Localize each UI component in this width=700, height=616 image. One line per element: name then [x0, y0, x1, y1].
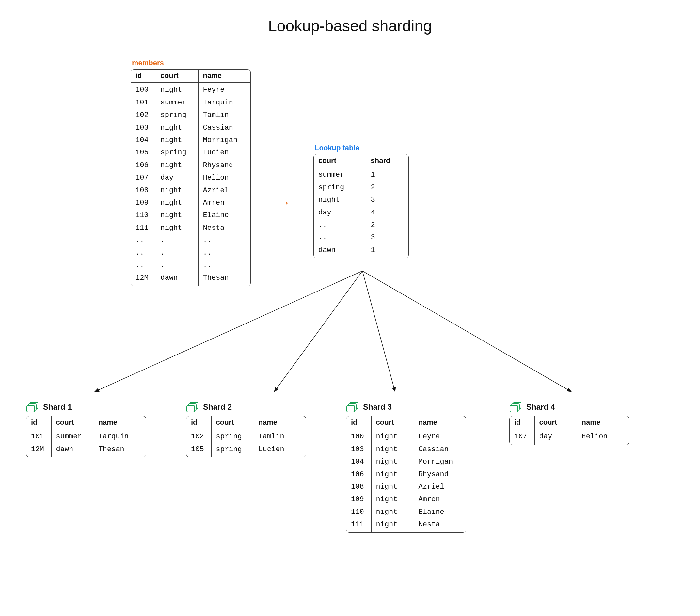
table-row: 108nightAzriel — [347, 481, 466, 493]
cell-name: .. — [198, 247, 250, 259]
cell-id: 106 — [347, 468, 371, 481]
table-row: 106nightRhysand — [131, 159, 250, 172]
database-icon — [186, 402, 199, 413]
col-court: court — [211, 416, 254, 429]
col-shard: shard — [366, 154, 409, 167]
table-row: day4 — [314, 206, 409, 219]
cell-id: 107 — [510, 429, 535, 444]
cell-shard: 3 — [366, 194, 409, 206]
cell-shard: 1 — [366, 167, 409, 181]
cell-id: 103 — [131, 122, 156, 134]
database-icon — [509, 402, 522, 413]
cell-court: dawn — [314, 244, 366, 258]
cell-id: 111 — [131, 222, 156, 235]
table-row: 12MdawnThesan — [26, 443, 146, 457]
cell-shard: 3 — [366, 231, 409, 244]
lookup-table-wrap: Lookup table court shard summer1spring2n… — [313, 143, 409, 260]
cell-court: .. — [314, 219, 366, 231]
cell-name: Feyre — [414, 429, 466, 443]
table-row: ...... — [131, 260, 250, 272]
cell-id: 105 — [131, 147, 156, 159]
cell-court: night — [371, 468, 414, 481]
cell-id: 108 — [131, 185, 156, 197]
cell-id: 104 — [131, 134, 156, 147]
col-name: name — [414, 416, 466, 429]
cell-id: 103 — [347, 443, 371, 456]
cell-id: 108 — [347, 481, 371, 493]
shard-3-wrap: Shard 3 id court name 100nightFeyre103ni… — [346, 402, 466, 534]
cell-id: 109 — [131, 197, 156, 209]
table-row: night3 — [314, 194, 409, 206]
cell-name: Cassian — [414, 443, 466, 456]
cell-id: 107 — [131, 172, 156, 184]
table-row: 103nightCassian — [347, 443, 466, 456]
cell-name: Rhysand — [198, 159, 250, 172]
table-row: 111nightNesta — [131, 222, 250, 235]
database-icon — [26, 402, 39, 413]
svg-line-0 — [95, 271, 362, 392]
table-row: 101summerTarquin — [26, 429, 146, 443]
table-row: dawn1 — [314, 244, 409, 258]
cell-name: Tarquin — [94, 429, 146, 443]
table-row: 105springLucien — [186, 443, 306, 457]
cell-court: summer — [156, 97, 198, 109]
cell-shard: 2 — [366, 181, 409, 194]
cell-court: night — [371, 493, 414, 506]
cell-name: .. — [198, 260, 250, 272]
cell-name: Azriel — [414, 481, 466, 493]
cell-court: .. — [156, 247, 198, 259]
table-row: 109nightAmren — [347, 493, 466, 506]
shard-1-label: Shard 1 — [43, 402, 72, 412]
cell-name: Elaine — [414, 506, 466, 518]
page-title: Lookup-based sharding — [0, 17, 700, 35]
cell-name: Feyre — [198, 82, 250, 96]
cell-id: 12M — [26, 443, 51, 457]
cell-court: dawn — [51, 443, 94, 457]
cell-court: night — [371, 518, 414, 532]
lookup-table-label: Lookup table — [313, 143, 409, 152]
cell-name: Tamlin — [198, 109, 250, 122]
arrow-right-icon: → — [277, 196, 290, 209]
svg-rect-6 — [27, 405, 35, 412]
members-table: id court name 100nightFeyre101summerTarq… — [130, 69, 251, 286]
col-name: name — [94, 416, 146, 429]
cell-name: Elaine — [198, 209, 250, 222]
cell-name: Tamlin — [254, 429, 306, 443]
table-row: 107dayHelion — [510, 429, 629, 444]
cell-shard: 1 — [366, 244, 409, 258]
cell-court: night — [371, 429, 414, 443]
table-row: 102springTamlin — [186, 429, 306, 443]
col-name: name — [254, 416, 306, 429]
cell-court: night — [156, 122, 198, 134]
cell-court: night — [371, 443, 414, 456]
svg-line-1 — [274, 271, 362, 392]
cell-id: 110 — [347, 506, 371, 518]
cell-id: 101 — [26, 429, 51, 443]
cell-court: night — [371, 506, 414, 518]
table-row: 105springLucien — [131, 147, 250, 159]
cell-id: .. — [131, 260, 156, 272]
cell-name: Thesan — [94, 443, 146, 457]
table-row: 104nightMorrigan — [347, 456, 466, 468]
svg-line-3 — [362, 271, 571, 392]
table-row: 111nightNesta — [347, 518, 466, 532]
cell-id: 100 — [347, 429, 371, 443]
table-row: 108nightAzriel — [131, 185, 250, 197]
cell-name: Nesta — [198, 222, 250, 235]
cell-court: night — [156, 82, 198, 96]
shard-3-label: Shard 3 — [363, 402, 392, 412]
col-court: court — [314, 154, 366, 167]
svg-line-2 — [362, 271, 395, 392]
col-court: court — [371, 416, 414, 429]
table-row: 107dayHelion — [131, 172, 250, 184]
cell-name: Thesan — [198, 272, 250, 286]
table-row: 109nightAmren — [131, 197, 250, 209]
cell-name: Nesta — [414, 518, 466, 532]
cell-court: spring — [314, 181, 366, 194]
table-row: 12MdawnThesan — [131, 272, 250, 286]
shard-3-table: id court name 100nightFeyre103nightCassi… — [346, 416, 466, 533]
cell-court: night — [156, 185, 198, 197]
cell-shard: 2 — [366, 219, 409, 231]
cell-id: 106 — [131, 159, 156, 172]
cell-id: 105 — [186, 443, 211, 457]
